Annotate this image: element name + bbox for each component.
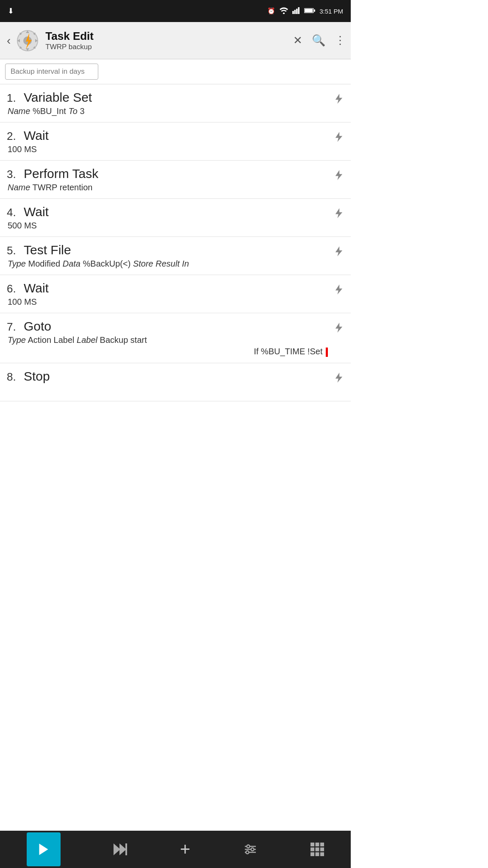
app-icon [16, 29, 39, 53]
task-title-row: 4.Wait [7, 205, 330, 219]
status-right: ⏰ 3:51 PM [267, 7, 343, 15]
svg-rect-37 [311, 843, 314, 846]
lightning-icon[interactable] [333, 372, 345, 387]
task-item[interactable]: 6.Wait100 MS [0, 275, 351, 313]
play-button[interactable] [27, 832, 61, 866]
task-title-row: 6.Wait [7, 281, 330, 295]
svg-rect-40 [311, 848, 314, 851]
svg-marker-22 [336, 208, 342, 218]
grid-button[interactable] [311, 843, 324, 856]
task-detail: 100 MS [7, 145, 330, 154]
wifi-icon [280, 7, 288, 15]
lightning-icon[interactable] [333, 93, 345, 108]
toolbar: ‹ Task Edit TWRP backup ✕ 🔍 ⋮ [0, 22, 351, 59]
svg-marker-26 [336, 373, 342, 382]
svg-rect-38 [316, 843, 319, 846]
task-list: 1.Variable SetName %BU_Int To 32.Wait100… [0, 84, 351, 401]
task-number: 8. [7, 370, 20, 384]
svg-marker-20 [336, 132, 342, 142]
task-item[interactable]: 1.Variable SetName %BU_Int To 3 [0, 84, 351, 122]
battery-icon [304, 8, 315, 15]
task-condition: If %BU_TIME !Set [7, 347, 330, 357]
lightning-icon[interactable] [333, 169, 345, 184]
task-item[interactable]: 2.Wait100 MS [0, 122, 351, 161]
task-title: Perform Task [24, 167, 98, 181]
download-icon: ⬇ [8, 6, 14, 16]
svg-rect-3 [296, 8, 298, 14]
task-title-row: 8.Stop [7, 369, 330, 384]
task-title: Wait [24, 281, 49, 295]
task-item[interactable]: 4.Wait500 MS [0, 199, 351, 237]
time-display: 3:51 PM [319, 8, 343, 15]
more-button[interactable]: ⋮ [335, 34, 346, 47]
task-number: 2. [7, 130, 20, 143]
svg-marker-27 [39, 844, 48, 855]
svg-rect-6 [314, 9, 315, 11]
task-title-row: 3.Perform Task [7, 167, 330, 181]
sliders-button[interactable] [243, 843, 258, 855]
task-item[interactable]: 7.GotoType Action Label Label Backup sta… [0, 313, 351, 363]
svg-rect-30 [125, 843, 127, 855]
svg-rect-45 [320, 852, 324, 856]
lightning-icon[interactable] [333, 322, 345, 337]
search-input[interactable] [5, 64, 98, 80]
task-item[interactable]: 3.Perform TaskName TWRP retention [0, 161, 351, 199]
task-item[interactable]: 8.Stop [0, 363, 351, 401]
task-title: Wait [24, 128, 49, 143]
svg-marker-29 [119, 843, 126, 855]
task-number: 1. [7, 92, 20, 105]
task-title-row: 7.Goto [7, 319, 330, 334]
task-title-row: 2.Wait [7, 128, 330, 143]
add-button[interactable]: + [180, 840, 191, 858]
task-number: 6. [7, 282, 20, 295]
task-title-row: 5.Test File [7, 243, 330, 257]
task-title: Goto [24, 319, 51, 334]
bottom-bar: + [0, 831, 351, 868]
close-button[interactable]: ✕ [293, 34, 302, 47]
task-number: 3. [7, 168, 20, 181]
task-detail: 500 MS [7, 221, 330, 231]
task-title: Wait [24, 205, 49, 219]
task-item-content: 5.Test FileType Modified Data %BackUp(<)… [7, 243, 330, 269]
task-title: Variable Set [24, 90, 92, 105]
svg-rect-44 [316, 852, 319, 856]
svg-marker-21 [336, 170, 342, 180]
page-subtitle: TWRP backup [45, 43, 293, 51]
lightning-icon[interactable] [333, 284, 345, 298]
svg-point-0 [283, 12, 285, 14]
search-bar-container [0, 59, 351, 84]
svg-rect-43 [311, 852, 314, 856]
status-left: ⬇ [8, 6, 14, 16]
task-item[interactable]: 5.Test FileType Modified Data %BackUp(<)… [0, 237, 351, 275]
task-detail: Type Modified Data %BackUp(<) Store Resu… [7, 259, 330, 269]
svg-marker-28 [114, 843, 120, 855]
signal-icon [292, 7, 300, 15]
svg-marker-24 [336, 284, 342, 294]
task-title: Test File [24, 243, 71, 257]
search-button[interactable]: 🔍 [312, 34, 325, 47]
lightning-icon[interactable] [333, 207, 345, 222]
toolbar-titles: Task Edit TWRP backup [45, 30, 293, 51]
skip-button[interactable] [114, 843, 127, 855]
svg-marker-19 [336, 94, 342, 103]
task-detail: Name %BU_Int To 3 [7, 106, 330, 116]
task-item-content: 3.Perform TaskName TWRP retention [7, 167, 330, 192]
task-title-row: 1.Variable Set [7, 90, 330, 105]
svg-marker-25 [336, 323, 342, 332]
status-bar: ⬇ ⏰ [0, 0, 351, 22]
task-number: 7. [7, 320, 20, 334]
svg-rect-2 [294, 10, 296, 14]
svg-rect-42 [320, 848, 324, 851]
task-item-content: 8.Stop [7, 369, 330, 384]
toolbar-actions: ✕ 🔍 ⋮ [293, 34, 346, 47]
svg-point-36 [246, 851, 249, 854]
task-detail: Name TWRP retention [7, 183, 330, 192]
task-title: Stop [24, 369, 50, 384]
lightning-icon[interactable] [333, 245, 345, 260]
task-item-content: 1.Variable SetName %BU_Int To 3 [7, 90, 330, 116]
back-button[interactable]: ‹ [5, 32, 12, 49]
task-detail: 100 MS [7, 297, 330, 307]
svg-rect-1 [292, 11, 294, 14]
task-detail: Type Action Label Label Backup start [7, 335, 330, 345]
lightning-icon[interactable] [333, 131, 345, 146]
